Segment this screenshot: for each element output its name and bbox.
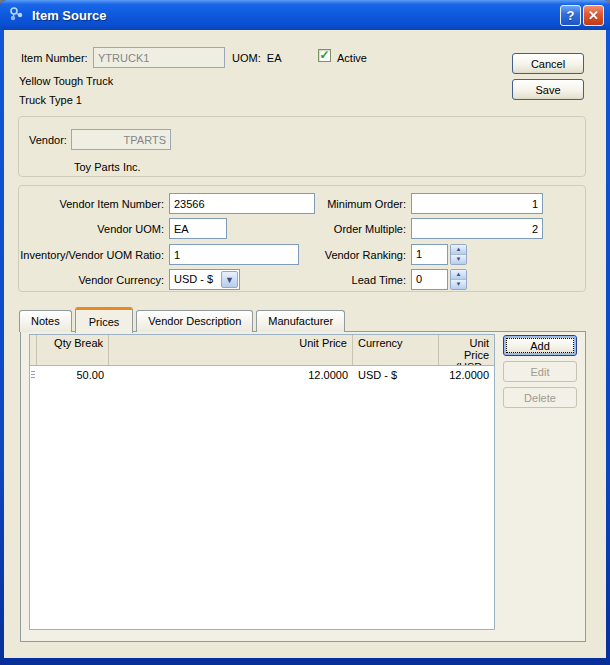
title-bar[interactable]: Item Source ? ✕ — [0, 0, 610, 30]
order-multiple-field[interactable] — [411, 218, 543, 239]
help-icon: ? — [567, 8, 575, 23]
delete-button: Delete — [503, 387, 577, 408]
tab-notes[interactable]: Notes — [19, 310, 72, 332]
vendor-ranking-spinner[interactable]: 1 ▲ ▼ — [411, 244, 467, 265]
minimum-order-label: Minimum Order: — [219, 196, 406, 212]
vendor-ranking-value[interactable]: 1 — [411, 244, 448, 265]
spin-down-icon[interactable]: ▼ — [451, 280, 466, 290]
cell-unit-price: 12.0000 — [109, 369, 353, 381]
vendor-code-field — [71, 129, 171, 150]
spin-up-icon[interactable]: ▲ — [451, 270, 466, 280]
price-table-header: Qty Break Unit Price Currency Unit Price… — [30, 335, 494, 366]
checkmark-icon: ✓ — [319, 50, 329, 61]
col-unit-price-usd-line1: Unit Price — [444, 337, 489, 361]
col-currency: Currency — [353, 335, 439, 365]
uom-readout: UOM: EA — [232, 50, 282, 66]
add-button[interactable]: Add — [503, 335, 577, 356]
app-icon — [8, 6, 26, 24]
lead-time-spinner[interactable]: 0 ▲ ▼ — [411, 269, 467, 290]
vendor-currency-label: Vendor Currency: — [19, 272, 164, 288]
detail-tabs: Notes Prices Vendor Description Manufact… — [19, 306, 345, 332]
spin-down-icon[interactable]: ▼ — [451, 255, 466, 265]
col-qty-break: Qty Break — [37, 335, 109, 365]
tab-manufacturer[interactable]: Manufacturer — [256, 310, 345, 332]
vendor-uom-label: Vendor UOM: — [19, 221, 164, 237]
close-icon: ✕ — [588, 8, 599, 23]
item-source-dialog: Item Source ? ✕ Item Number: UOM: EA ✓ A… — [0, 0, 610, 665]
minimum-order-field[interactable] — [411, 193, 543, 214]
tab-prices[interactable]: Prices — [75, 307, 134, 333]
uom-value: EA — [267, 52, 282, 64]
cell-unit-price-usd: 12.0000 — [439, 369, 494, 381]
edit-button: Edit — [503, 361, 577, 382]
vendor-currency-value: USD - $ — [170, 270, 220, 289]
cell-qty-break: 50.00 — [37, 369, 109, 381]
vendor-groupbox: Vendor: Toy Parts Inc. — [18, 116, 586, 177]
vendor-item-number-label: Vendor Item Number: — [19, 196, 164, 212]
active-checkbox[interactable]: ✓ — [318, 49, 331, 62]
tab-vendor-description[interactable]: Vendor Description — [136, 310, 253, 332]
lead-time-value[interactable]: 0 — [411, 269, 448, 290]
spin-up-icon[interactable]: ▲ — [451, 245, 466, 255]
save-button[interactable]: Save — [512, 79, 584, 100]
cancel-button[interactable]: Cancel — [512, 53, 584, 74]
item-description-line2: Truck Type 1 — [19, 92, 82, 108]
cell-currency: USD - $ — [353, 369, 439, 381]
dialog-body: Item Number: UOM: EA ✓ Active Yellow Tou… — [4, 30, 606, 658]
current-row-marker-icon — [31, 371, 35, 380]
col-unit-price: Unit Price — [109, 335, 353, 365]
lead-time-label: Lead Time: — [219, 272, 406, 288]
uom-label: UOM: — [232, 52, 261, 64]
active-label: Active — [337, 50, 367, 66]
price-table-row[interactable]: 50.00 12.0000 USD - $ 12.0000 — [30, 366, 494, 384]
vendor-label: Vendor: — [29, 132, 67, 148]
help-button[interactable]: ? — [560, 5, 581, 26]
uom-ratio-label: Inventory/Vendor UOM Ratio: — [19, 247, 164, 263]
col-unit-price-usd: Unit Price (USD - $) — [439, 335, 494, 365]
order-multiple-label: Order Multiple: — [219, 221, 406, 237]
vendor-details-groupbox: Vendor Item Number: Minimum Order: Vendo… — [18, 185, 586, 292]
item-number-label: Item Number: — [21, 50, 88, 66]
row-header-column — [30, 335, 37, 365]
price-table: Qty Break Unit Price Currency Unit Price… — [29, 334, 495, 630]
vendor-name-text: Toy Parts Inc. — [74, 159, 141, 175]
vendor-ranking-label: Vendor Ranking: — [219, 247, 406, 263]
col-unit-price-usd-line2: (USD - $) — [444, 361, 489, 365]
item-number-field — [93, 47, 225, 68]
item-description-line1: Yellow Tough Truck — [19, 73, 113, 89]
window-title: Item Source — [32, 8, 558, 23]
close-button[interactable]: ✕ — [583, 5, 604, 26]
row-selector — [30, 370, 37, 380]
